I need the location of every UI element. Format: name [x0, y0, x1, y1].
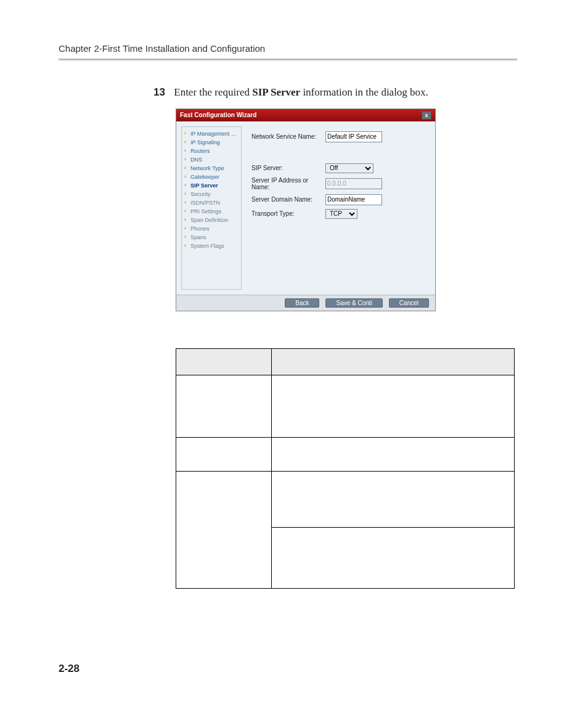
- screenshot-figure: Fast Configuration Wizard x IP Managemen…: [176, 108, 517, 311]
- service-name-label: Network Service Name:: [251, 133, 325, 140]
- wizard-nav-item[interactable]: Phones: [182, 224, 241, 233]
- wizard-nav-item[interactable]: Security: [182, 190, 241, 198]
- table-row: [176, 375, 515, 437]
- sip-server-label: SIP Server:: [251, 165, 325, 171]
- wizard-nav-item[interactable]: DNS: [182, 155, 241, 164]
- dialog-titlebar: Fast Configuration Wizard x: [176, 109, 435, 121]
- dialog-window: Fast Configuration Wizard x IP Managemen…: [176, 108, 436, 311]
- service-name-input[interactable]: [325, 131, 382, 142]
- table-header-cell: [272, 348, 515, 375]
- dialog-footer: Back Save & Conti Cancel: [176, 295, 435, 311]
- table-row: [176, 471, 515, 527]
- table-header-row: [176, 348, 515, 375]
- table-header-cell: [176, 348, 272, 375]
- step-instruction: 13 Enter the required SIP Server informa…: [148, 85, 517, 100]
- wizard-nav: IP Management ServiceIP SignalingRouters…: [181, 126, 242, 290]
- dialog-title: Fast Configuration Wizard: [180, 112, 256, 118]
- transport-type-label: Transport Type:: [251, 210, 325, 217]
- running-head: Chapter 2-First Time Installation and Co…: [59, 43, 517, 54]
- header-rule: [59, 59, 517, 60]
- domain-name-input[interactable]: [325, 194, 382, 205]
- close-icon[interactable]: x: [422, 111, 431, 120]
- step-text-bold: SIP Server: [252, 86, 300, 98]
- wizard-nav-item[interactable]: PRI Settings: [182, 207, 241, 216]
- wizard-nav-item[interactable]: System Flags: [182, 242, 241, 250]
- wizard-nav-item[interactable]: IP Management Service: [182, 129, 241, 138]
- wizard-nav-item[interactable]: IP Signaling: [182, 138, 241, 147]
- domain-name-label: Server Domain Name:: [251, 196, 325, 203]
- wizard-form: Network Service Name: SIP Server: Off Se…: [248, 126, 430, 290]
- wizard-nav-item[interactable]: Spans: [182, 233, 241, 242]
- step-number: 13: [148, 85, 165, 100]
- sip-server-select[interactable]: Off: [325, 163, 374, 173]
- table-row: [176, 437, 515, 471]
- step-text-lead: Enter the required: [174, 86, 252, 98]
- wizard-nav-item[interactable]: Span Definition: [182, 216, 241, 224]
- wizard-nav-item[interactable]: Gatekeeper: [182, 173, 241, 181]
- transport-type-select[interactable]: TCP: [325, 209, 357, 219]
- step-text-tail: information in the dialog box.: [300, 86, 428, 98]
- description-table: [176, 348, 515, 589]
- server-ip-label: Server IP Address or Name:: [251, 177, 325, 190]
- wizard-nav-item[interactable]: Routers: [182, 147, 241, 155]
- save-continue-button[interactable]: Save & Conti: [325, 298, 382, 308]
- wizard-nav-item[interactable]: Network Type: [182, 164, 241, 173]
- page-number: 2-28: [59, 663, 80, 675]
- wizard-nav-item[interactable]: ISDN/PSTN: [182, 198, 241, 207]
- server-ip-input[interactable]: [325, 178, 382, 189]
- back-button[interactable]: Back: [285, 298, 319, 308]
- cancel-button[interactable]: Cancel: [389, 298, 429, 308]
- wizard-nav-item[interactable]: SIP Server: [182, 181, 241, 190]
